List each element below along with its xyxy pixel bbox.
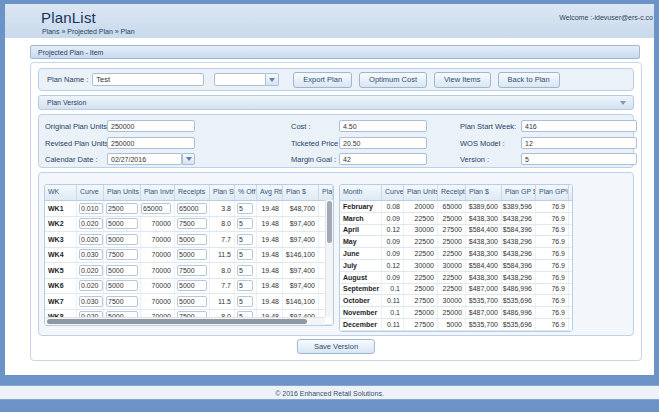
ticketed-price-label: Ticketed Price : xyxy=(291,139,342,148)
revised-plan-units-input[interactable] xyxy=(107,137,195,149)
month-plan_amt-cell: $487,000 xyxy=(466,331,502,332)
back-to-plan-button[interactable]: Back to Plan xyxy=(498,72,560,88)
week-receipts-input[interactable] xyxy=(177,249,207,260)
horizontal-scrollbar-thumb[interactable] xyxy=(47,319,307,324)
month-row: July0.123000030000$584,400$584,39676.9 xyxy=(340,260,572,272)
month-receipts-cell: 25000 xyxy=(438,213,466,224)
month-plan_gp_pct-cell: 76.9 xyxy=(536,272,569,283)
week-curve-input[interactable] xyxy=(79,249,103,260)
week-column-header: Plan St% xyxy=(210,185,235,200)
week-pct_off-input[interactable] xyxy=(237,203,253,214)
plan-name-input[interactable] xyxy=(92,73,204,86)
week-pct_off-input[interactable] xyxy=(237,249,253,260)
view-items-button[interactable]: View Items xyxy=(434,72,491,88)
week-receipts-input[interactable] xyxy=(177,296,207,307)
week-plan_units-input[interactable] xyxy=(106,280,138,291)
week-receipts-input[interactable] xyxy=(177,218,207,229)
week-plan_units-cell xyxy=(104,232,141,247)
week-wk-cell: WK5 xyxy=(45,263,77,278)
week-curve-input[interactable] xyxy=(79,280,103,291)
month-month-cell: May xyxy=(340,236,382,247)
week-curve-cell xyxy=(77,294,104,309)
plan-combobox-value[interactable] xyxy=(214,73,266,86)
week-receipts-input[interactable] xyxy=(177,234,207,245)
month-month-cell: February xyxy=(340,201,382,212)
version-input[interactable] xyxy=(521,153,637,165)
week-wk-cell: WK4 xyxy=(45,248,77,263)
week-plan_units-input[interactable] xyxy=(106,265,138,276)
month-plan_gp-cell: $535,696 xyxy=(502,295,536,306)
section-header: Projected Plan - Item xyxy=(30,45,640,59)
week-plan_invtry-cell: 70000 xyxy=(141,279,175,294)
vertical-scrollbar[interactable] xyxy=(325,200,333,317)
horizontal-scrollbar[interactable] xyxy=(45,317,325,325)
week-curve-input[interactable] xyxy=(79,265,103,276)
month-receipts-cell: 25000 xyxy=(438,307,466,318)
vertical-scrollbar-thumb[interactable] xyxy=(327,201,332,243)
month-plan_gp-cell: $438,296 xyxy=(502,272,536,283)
plan-version-title: Plan Version xyxy=(47,99,86,106)
week-plan_amt-cell: $146,100 xyxy=(283,248,319,263)
week-plan_units-input[interactable] xyxy=(106,203,138,214)
calendar-date-input[interactable] xyxy=(107,153,182,165)
export-plan-button[interactable]: Export Plan xyxy=(293,72,352,88)
optimum-cost-button[interactable]: Optimum Cost xyxy=(359,72,427,88)
month-plan_gp-cell: $486,996 xyxy=(502,284,536,295)
week-curve-input[interactable] xyxy=(79,234,103,245)
week-pct_off-input[interactable] xyxy=(237,265,253,276)
week-plan_units-input[interactable] xyxy=(106,218,138,229)
month-month-cell: November xyxy=(340,307,382,318)
week-curve-input[interactable] xyxy=(79,203,103,214)
chevron-down-icon[interactable] xyxy=(266,73,279,86)
week-plan_amt-cell: $97,400 xyxy=(283,279,319,294)
month-plan_amt-cell: $487,000 xyxy=(466,284,502,295)
week-curve-input[interactable] xyxy=(79,218,103,229)
week-column-header: Curve xyxy=(77,185,104,200)
collapse-arrow-icon[interactable] xyxy=(620,101,626,105)
week-pct_off-cell xyxy=(235,217,257,232)
week-plan_units-input[interactable] xyxy=(106,249,138,260)
welcome-text: Welcome :-idevuser@ers-c.co xyxy=(559,14,653,21)
plan-name-group: Plan Name : Export Plan Optimum Cost Vie… xyxy=(38,68,634,91)
original-plan-units-input[interactable] xyxy=(107,120,195,132)
month-plan_units-cell: 30000 xyxy=(404,225,438,236)
month-plan_gp-cell: $535,696 xyxy=(502,319,536,330)
cost-input[interactable] xyxy=(339,120,427,132)
week-pct_off-cell xyxy=(235,294,257,309)
week-curve-input[interactable] xyxy=(79,296,103,307)
plan-combobox[interactable] xyxy=(214,73,279,86)
week-plan_st-cell: 8.0 xyxy=(210,217,235,232)
month-curve-cell: 0.12 xyxy=(382,225,404,236)
week-plan_invtry-cell: 70000 xyxy=(141,248,175,263)
month-month-cell: August xyxy=(340,272,382,283)
week-plan_st-cell: 8.0 xyxy=(210,263,235,278)
plan-start-week-input[interactable] xyxy=(521,120,637,132)
week-receipts-input[interactable] xyxy=(177,203,207,214)
week-plan_units-input[interactable] xyxy=(106,234,138,245)
save-version-button[interactable]: Save Version xyxy=(297,339,375,354)
week-curve-cell xyxy=(77,263,104,278)
week-plan_units-input[interactable] xyxy=(106,296,138,307)
month-plan_units-cell: 25000 xyxy=(404,284,438,295)
month-plan_gp-cell: $584,396 xyxy=(502,260,536,271)
month-plan_gp-cell: $438,296 xyxy=(502,236,536,247)
week-pct_off-input[interactable] xyxy=(237,296,253,307)
week-pct_off-input[interactable] xyxy=(237,218,253,229)
week-plan_invtry-input[interactable] xyxy=(141,203,171,214)
month-plan_gp_pct-cell: 76.9 xyxy=(536,319,569,330)
week-pct_off-input[interactable] xyxy=(237,234,253,245)
week-pct_off-input[interactable] xyxy=(237,280,253,291)
plan-version-header[interactable]: Plan Version xyxy=(38,95,634,110)
week-receipts-input[interactable] xyxy=(177,280,207,291)
calendar-chevron-down-icon[interactable] xyxy=(182,153,195,165)
wos-model-input[interactable] xyxy=(521,137,637,149)
week-table: WKCurvePlan UnitsPlan InvtryReceiptsPlan… xyxy=(44,184,334,326)
week-receipts-input[interactable] xyxy=(177,265,207,276)
margin-goal-input[interactable] xyxy=(339,153,427,165)
month-plan_gp-cell: $486,996 xyxy=(502,307,536,318)
calendar-date-label: Calendar Date : xyxy=(45,155,98,164)
ticketed-price-input[interactable] xyxy=(339,137,427,149)
month-row: May0.092250025000$438,300$438,29676.9 xyxy=(340,236,572,248)
week-plan_amt-cell: $146,100 xyxy=(283,294,319,309)
week-plan_st-cell: 11.5 xyxy=(210,248,235,263)
